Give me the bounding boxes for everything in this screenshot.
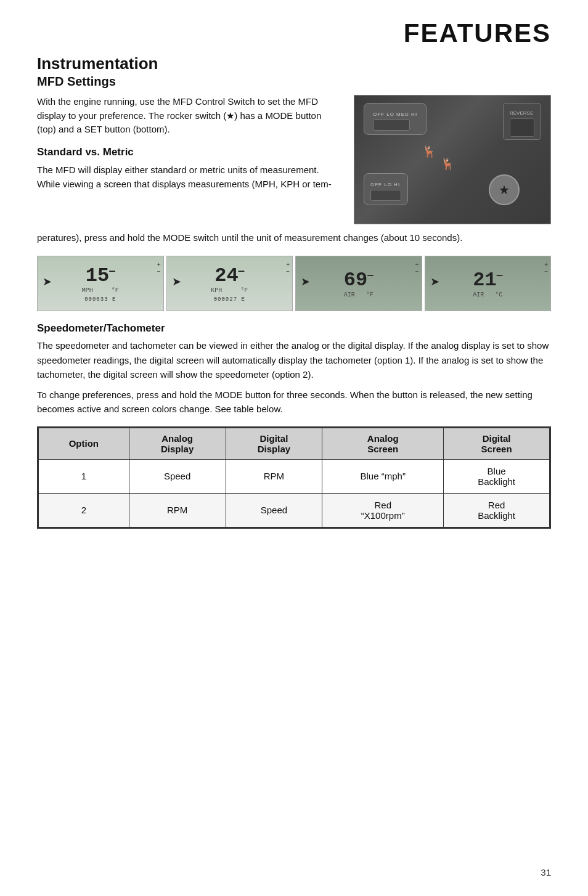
cell-digital-screen-1: BlueBacklight	[444, 459, 550, 493]
intro-text: With the engine running, use the MFD Con…	[37, 95, 341, 224]
deer-icon: 🦌	[422, 145, 436, 158]
cell-option-1: 1	[39, 459, 129, 493]
display-unit-2: KPH °F	[211, 287, 248, 294]
star-button[interactable]: ★	[489, 174, 520, 205]
mfd-panel: OFF LO MED HI REVERSE OFF LO HI 🦌 🦌 ★	[354, 96, 550, 224]
display-number-4: 21—	[473, 269, 502, 291]
deer-icon-2: 🦌	[441, 157, 454, 171]
display-unit-3: AIR °F	[344, 291, 374, 298]
display-img-4: ➤ +− 21— AIR °C	[425, 256, 552, 311]
col-header-digital-screen: DigitalScreen	[444, 428, 550, 459]
display-screen-3: ➤ +− 69— AIR °F	[296, 256, 422, 311]
mfd-bottom-label: OFF LO HI	[370, 182, 400, 187]
table-row: 2 RPM Speed Red“X100rpm” RedBacklight	[39, 493, 550, 527]
display-number-3: 69—	[344, 269, 374, 291]
display-img-1: ➤ +− 15— MPH °F 000033 E	[37, 256, 164, 311]
mfd-top-label: OFF LO MED HI	[373, 112, 417, 117]
mfd-control-image: OFF LO MED HI REVERSE OFF LO HI 🦌 🦌 ★	[354, 95, 551, 224]
options-table-container: Option AnalogDisplay DigitalDisplay Anal…	[37, 426, 551, 529]
col-header-option: Option	[39, 428, 129, 459]
plus-minus-2: +−	[286, 261, 290, 275]
page-number: 31	[541, 867, 551, 878]
display-unit-4: AIR °C	[473, 291, 502, 298]
col-header-analog-screen: AnalogScreen	[322, 428, 444, 459]
cell-digital-screen-2: RedBacklight	[444, 493, 550, 527]
intro-paragraph: With the engine running, use the MFD Con…	[37, 95, 341, 137]
page-title: FEATURES	[37, 18, 551, 48]
cell-analog-screen-2: Red“X100rpm”	[322, 493, 444, 527]
page-header: FEATURES	[37, 18, 551, 48]
cell-option-2: 2	[39, 493, 129, 527]
speedo-tacho-text2: To change preferences, press and hold th…	[37, 388, 551, 417]
display-screen-4: ➤ +− 21— AIR °C	[425, 256, 551, 311]
table-row: 1 Speed RPM Blue “mph” BlueBacklight	[39, 459, 550, 493]
col-header-digital-display: DigitalDisplay	[226, 428, 322, 459]
plus-minus-1: +−	[157, 261, 161, 275]
cell-analog-display-2: RPM	[129, 493, 226, 527]
section-sub-title: MFD Settings	[37, 75, 551, 89]
display-number-1: 15—	[86, 264, 115, 287]
cell-digital-display-2: Speed	[226, 493, 322, 527]
arrow-icon-4: ➤	[430, 275, 439, 288]
standard-metric-continuation: peratures), press and hold the MODE swit…	[37, 230, 551, 245]
arrow-icon-2: ➤	[172, 275, 181, 288]
display-img-2: ➤ +− 24— KPH °F 000027 E	[166, 256, 293, 311]
display-unit-1: MPH °F	[82, 287, 119, 294]
mfd-reverse-label: REVERSE	[510, 110, 533, 116]
cell-analog-screen-1: Blue “mph”	[322, 459, 444, 493]
speedo-tacho-heading: Speedometer/Tachometer	[37, 322, 551, 335]
standard-metric-heading: Standard vs. Metric	[37, 144, 341, 160]
display-number-2: 24—	[214, 264, 244, 287]
display-screen-2: ➤ +− 24— KPH °F 000027 E	[167, 256, 293, 311]
plus-minus-3: +−	[415, 261, 419, 275]
display-screen-1: ➤ +− 15— MPH °F 000033 E	[38, 256, 163, 311]
star-icon: ★	[499, 182, 510, 197]
intro-section: With the engine running, use the MFD Con…	[37, 95, 551, 224]
col-header-analog-display: AnalogDisplay	[129, 428, 226, 459]
display-images-row: ➤ +− 15— MPH °F 000033 E ➤ +− 24— KPH °F…	[37, 256, 551, 311]
arrow-icon-3: ➤	[301, 275, 310, 288]
display-img-3: ➤ +− 69— AIR °F	[295, 256, 422, 311]
arrow-icon-1: ➤	[43, 275, 52, 288]
display-odo-1: 000033 E	[84, 296, 116, 303]
section-main-title: Instrumentation	[37, 54, 551, 73]
cell-analog-display-1: Speed	[129, 459, 226, 493]
table-header-row: Option AnalogDisplay DigitalDisplay Anal…	[39, 428, 550, 459]
plus-minus-4: +−	[544, 261, 548, 275]
standard-metric-text: The MFD will display either standard or …	[37, 163, 341, 191]
cell-digital-display-1: RPM	[226, 459, 322, 493]
speedo-tacho-text1: The speedometer and tachometer can be vi…	[37, 338, 551, 381]
options-table: Option AnalogDisplay DigitalDisplay Anal…	[38, 428, 550, 527]
display-odo-2: 000027 E	[214, 296, 245, 303]
